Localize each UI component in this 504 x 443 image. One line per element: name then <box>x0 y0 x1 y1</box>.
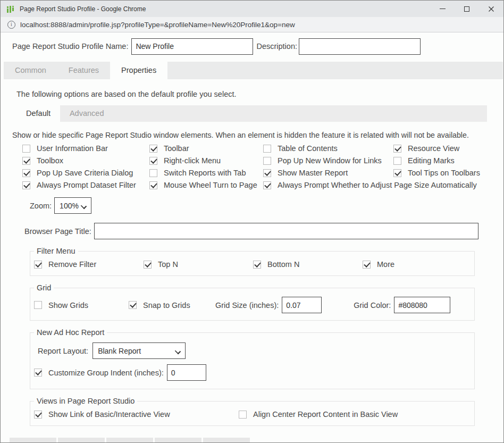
report-layout-select-value: Blank Report <box>98 347 141 355</box>
checkbox-box[interactable] <box>22 181 30 189</box>
checkbox-label: Toolbar <box>164 144 189 153</box>
checkbox-resource-view[interactable]: Resource View <box>393 144 503 153</box>
checkbox-more[interactable]: More <box>363 260 470 269</box>
checkbox-box[interactable] <box>34 261 42 269</box>
checkbox-show-grids[interactable]: Show Grids <box>34 301 129 310</box>
checkbox-label: Tool Tips on Toolbars <box>408 169 480 177</box>
checkbox-remove-filter[interactable]: Remove Filter <box>34 260 144 269</box>
zoom-select[interactable]: 100% <box>54 197 91 214</box>
checkbox-right-click-menu[interactable]: Right-click Menu <box>149 156 263 165</box>
checkbox-box[interactable] <box>144 261 152 269</box>
grid-size-label: Grid Size (inches): <box>215 301 279 310</box>
sub-tab-bar: Default Advanced <box>16 105 487 122</box>
browser-page-title-input[interactable] <box>94 223 478 239</box>
checkbox-mouse-wheel-turn-to-page[interactable]: Mouse Wheel Turn to Page <box>149 181 263 189</box>
checkbox-box[interactable] <box>34 369 42 377</box>
checkbox-label: Editing Marks <box>408 156 455 165</box>
zoom-select-value: 100% <box>60 202 79 210</box>
checkbox-customize-group-indent[interactable]: Customize Group Indent (inches): <box>34 369 164 377</box>
checkbox-show-link-basic-interactive-view[interactable]: Show Link of Basic/Interactive View <box>34 410 239 419</box>
checkbox-box[interactable] <box>363 261 371 269</box>
checkbox-switch-reports-with-tab[interactable]: Switch Reports with Tab <box>149 169 263 177</box>
zoom-row: Zoom: 100% <box>30 197 503 214</box>
browser-page-title-label: Browser Page Title: <box>24 227 91 236</box>
checkbox-box[interactable] <box>22 169 30 177</box>
select-none-button[interactable]: Select None <box>155 438 201 442</box>
checkbox-show-master-report[interactable]: Show Master Report <box>263 169 393 177</box>
checkbox-label: User Information Bar <box>37 144 108 153</box>
select-all-button[interactable]: Select All <box>106 438 153 442</box>
minimize-button[interactable] <box>430 1 455 17</box>
report-layout-row: Report Layout: Blank Report <box>38 342 470 359</box>
intro-text: The following options are based on the d… <box>16 90 503 98</box>
grid-color-input[interactable] <box>394 297 450 313</box>
checkbox-table-of-contents[interactable]: Table of Contents <box>263 144 393 153</box>
checkbox-top-n[interactable]: Top N <box>144 260 253 269</box>
page-info-icon[interactable] <box>7 21 15 29</box>
checkbox-user-information-bar[interactable]: User Information Bar <box>22 144 149 153</box>
checkbox-box[interactable] <box>393 145 401 153</box>
checkbox-box[interactable] <box>149 157 157 165</box>
grid-fieldset: Grid Show Grids Snap to Grids Grid Size … <box>30 283 475 321</box>
checkbox-box[interactable] <box>393 169 401 177</box>
checkbox-label: Show Link of Basic/Interactive View <box>48 410 170 419</box>
url-bar[interactable]: localhost:8888/admin/profile.jsp?profile… <box>1 17 503 32</box>
checkbox-label: Mouse Wheel Turn to Page <box>164 181 257 189</box>
views-fieldset: Views in Page Report Studio Show Link of… <box>30 397 475 426</box>
grid-size-input[interactable] <box>282 297 322 313</box>
checkbox-editing-marks[interactable]: Editing Marks <box>393 156 503 165</box>
cancel-button[interactable]: Cancel <box>58 438 105 442</box>
page-content: Page Report Studio Profile Name: Descrip… <box>1 32 503 442</box>
checkbox-box[interactable] <box>263 157 271 165</box>
checkbox-always-prompt-adjust-page-size[interactable]: Always Prompt Whether to Adjust Page Siz… <box>263 181 503 189</box>
checkbox-toolbox[interactable]: Toolbox <box>22 156 149 165</box>
checkbox-toolbar[interactable]: Toolbar <box>149 144 263 153</box>
checkbox-box[interactable] <box>34 301 42 309</box>
checkbox-box[interactable] <box>22 145 30 153</box>
checkbox-label: Switch Reports with Tab <box>164 169 246 177</box>
browser-window: Page Report Studio Profile - Google Chro… <box>0 0 504 443</box>
filter-menu-legend: Filter Menu <box>34 247 78 255</box>
new-ad-hoc-report-fieldset: New Ad Hoc Report Report Layout: Blank R… <box>30 328 475 389</box>
checkbox-box[interactable] <box>263 181 271 189</box>
checkbox-box[interactable] <box>22 157 30 165</box>
checkbox-box[interactable] <box>253 261 261 269</box>
new-ad-hoc-report-legend: New Ad Hoc Report <box>34 328 107 337</box>
checkbox-box[interactable] <box>263 169 271 177</box>
checkbox-bottom-n[interactable]: Bottom N <box>253 260 363 269</box>
maximize-button[interactable] <box>455 1 479 17</box>
checkbox-pop-up-new-window-for-links[interactable]: Pop Up New Window for Links <box>263 156 393 165</box>
tab-properties[interactable]: Properties <box>110 62 167 79</box>
checkbox-box[interactable] <box>263 145 271 153</box>
profile-name-input[interactable] <box>131 38 253 55</box>
checkbox-tool-tips-on-toolbars[interactable]: Tool Tips on Toolbars <box>393 169 503 177</box>
checkbox-label: Bottom N <box>267 260 299 269</box>
checkbox-snap-to-grids[interactable]: Snap to Grids <box>129 301 215 310</box>
report-layout-select[interactable]: Blank Report <box>93 342 186 359</box>
checkbox-box[interactable] <box>149 181 157 189</box>
tab-features[interactable]: Features <box>57 62 110 79</box>
title-bar[interactable]: Page Report Studio Profile - Google Chro… <box>1 1 503 17</box>
checkbox-box[interactable] <box>34 411 42 419</box>
checkbox-box[interactable] <box>239 411 247 419</box>
subtab-default[interactable]: Default <box>16 105 60 122</box>
tab-common[interactable]: Common <box>4 62 57 79</box>
description-input[interactable] <box>299 38 421 55</box>
checkbox-box[interactable] <box>149 145 157 153</box>
checkbox-pop-up-save-criteria-dialog[interactable]: Pop Up Save Criteria Dialog <box>22 169 149 177</box>
help-button[interactable]: Help <box>203 438 250 442</box>
close-button[interactable] <box>479 1 503 17</box>
checkbox-box[interactable] <box>393 157 401 165</box>
url-text[interactable]: localhost:8888/admin/profile.jsp?profile… <box>20 21 295 29</box>
checkbox-always-prompt-dataset-filter[interactable]: Always Prompt Dataset Filter <box>22 181 149 189</box>
checkbox-box[interactable] <box>129 301 137 309</box>
ok-button[interactable]: OK <box>10 438 56 442</box>
checkbox-label: Always Prompt Dataset Filter <box>37 181 136 189</box>
checkbox-box[interactable] <box>149 169 157 177</box>
element-checkbox-grid: User Information Bar Toolbar Table of Co… <box>22 144 503 189</box>
group-indent-input[interactable] <box>167 364 206 381</box>
subtab-advanced[interactable]: Advanced <box>60 105 114 122</box>
checkbox-align-center-report-content[interactable]: Align Center Report Content in Basic Vie… <box>239 410 470 419</box>
report-layout-label: Report Layout: <box>38 347 88 355</box>
checkbox-label: Show Master Report <box>278 169 348 177</box>
